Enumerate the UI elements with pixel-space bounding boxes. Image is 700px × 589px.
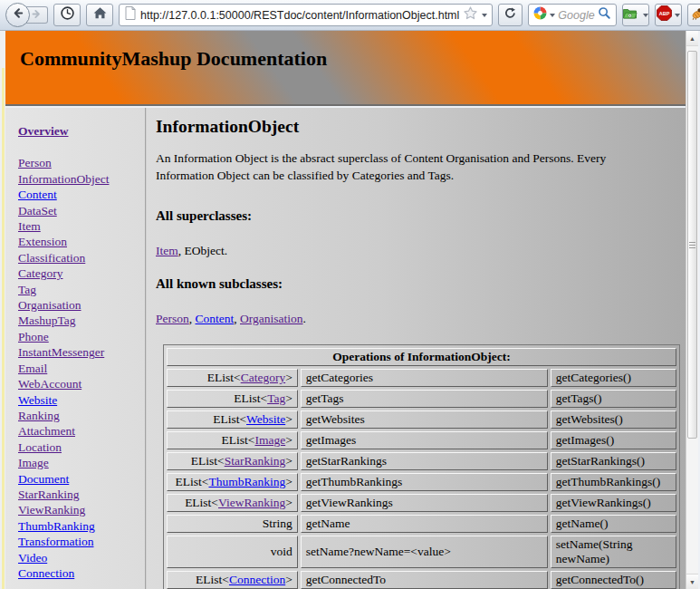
sidebar-item[interactable]: Video xyxy=(18,550,139,565)
operation-name-cell: getConnectedTo xyxy=(301,571,548,589)
table-row: EList<Connection> getConnectedTo getConn… xyxy=(167,571,676,589)
class-ref: Item, xyxy=(156,244,185,257)
url-text[interactable]: http://127.0.0.1:50000/RESTdoc/content/I… xyxy=(140,9,459,22)
sidebar-item[interactable]: Phone xyxy=(18,329,139,344)
sidebar-item[interactable]: Content xyxy=(18,187,139,202)
page-edge-strip xyxy=(2,68,5,589)
magnifier-icon[interactable] xyxy=(598,6,611,24)
adblock-button[interactable]: ABP xyxy=(655,4,682,26)
type-link[interactable]: Tag xyxy=(267,391,285,405)
search-input[interactable]: Google xyxy=(558,9,594,22)
class-link[interactable]: Item xyxy=(156,244,178,257)
sidebar-item[interactable]: Organisation xyxy=(18,297,139,313)
operation-name-cell: getName xyxy=(301,515,548,533)
scrollbar-thumb[interactable] xyxy=(687,51,697,439)
operation-call-cell: getThumbRankings() xyxy=(551,473,676,491)
search-bar[interactable]: Google xyxy=(528,4,616,26)
type-link[interactable]: Image xyxy=(254,433,285,447)
page-content: Overview Person InformationObject Conten… xyxy=(5,108,686,589)
operation-name-cell: setName?newName=<value> xyxy=(301,536,548,568)
scroll-down-button[interactable]: ▼ xyxy=(686,574,698,589)
sidebar-item[interactable]: Email xyxy=(18,361,139,376)
sidebar-item[interactable]: Location xyxy=(18,439,139,455)
type-link[interactable]: Connection xyxy=(229,573,285,586)
type-text: EList< xyxy=(234,391,267,405)
table-row: EList<ThumbRanking> getThumbRankings get… xyxy=(167,473,676,491)
screenshot-addon-button[interactable] xyxy=(622,4,649,26)
sidebar-item[interactable]: Classification xyxy=(18,250,139,266)
operation-type-cell: EList<ThumbRanking> xyxy=(167,473,298,491)
operation-name-cell: getStarRankings xyxy=(301,452,548,470)
class-ref: Organisation. xyxy=(240,312,306,325)
operation-call-cell: getImages() xyxy=(551,431,676,449)
operation-name-cell: getViewRankings xyxy=(301,494,548,512)
sidebar-item[interactable]: DataSet xyxy=(18,203,139,218)
screenshot-addon-dropdown-icon[interactable] xyxy=(643,14,648,17)
sidebar-item[interactable]: ViewRanking xyxy=(18,502,139,517)
adblock-dropdown-icon[interactable] xyxy=(675,14,680,17)
sidebar-item[interactable]: Extension xyxy=(18,234,139,249)
operation-type-cell: EList<Tag> xyxy=(167,390,298,408)
type-link[interactable]: Website xyxy=(246,412,285,426)
back-button[interactable] xyxy=(5,3,30,27)
sidebar-item[interactable]: MashupTag xyxy=(18,313,139,328)
history-button[interactable] xyxy=(53,4,81,26)
sidebar-item[interactable]: Person xyxy=(18,155,139,170)
class-link[interactable]: Content xyxy=(196,312,235,325)
firebug-icon xyxy=(689,6,700,24)
class-link[interactable]: Organisation xyxy=(240,312,303,325)
table-row: void setName?newName=<value> setName(Str… xyxy=(167,536,676,568)
operation-call-cell: setName(String newName) xyxy=(551,536,676,568)
sidebar-item[interactable]: Category xyxy=(18,266,139,281)
sidebar-item[interactable]: WebAccount xyxy=(18,376,139,391)
class-link[interactable]: EObject xyxy=(185,244,225,257)
class-link[interactable]: Person xyxy=(156,312,189,325)
type-link[interactable]: Category xyxy=(241,371,286,384)
type-link[interactable]: ViewRanking xyxy=(218,496,285,509)
google-logo-icon[interactable] xyxy=(533,6,547,24)
sidebar-item[interactable]: InstantMessenger xyxy=(18,344,139,360)
table-row: EList<Image> getImages getImages() xyxy=(167,431,676,449)
sidebar-item[interactable]: StarRanking xyxy=(18,487,139,502)
vertical-scrollbar[interactable]: ▲ ▼ xyxy=(686,31,698,589)
sidebar-item[interactable]: Transformation xyxy=(18,534,139,549)
table-row: EList<StarRanking> getStarRankings getSt… xyxy=(167,452,676,470)
type-link[interactable]: StarRanking xyxy=(225,454,286,468)
sidebar-item-overview[interactable]: Overview xyxy=(18,123,68,139)
search-engine-dropdown-icon[interactable] xyxy=(550,14,555,17)
bookmark-dropdown-icon[interactable] xyxy=(482,14,487,17)
operation-call-cell: getCategories() xyxy=(551,369,676,387)
reload-button[interactable] xyxy=(498,4,523,26)
sidebar-item[interactable]: InformationObject xyxy=(18,171,139,187)
class-ref: Content, xyxy=(196,312,241,325)
url-bar[interactable]: http://127.0.0.1:50000/RESTdoc/content/I… xyxy=(119,4,493,26)
operation-call-cell: getTags() xyxy=(551,390,676,408)
sidebar-item[interactable]: Item xyxy=(18,218,139,234)
firebug-button[interactable] xyxy=(687,4,700,26)
class-ref: EObject. xyxy=(185,244,228,257)
operation-call-cell: getViewRankings() xyxy=(551,494,676,512)
class-ref: Person, xyxy=(156,312,196,325)
sidebar-item[interactable]: Image xyxy=(18,455,139,470)
svg-text:ABP: ABP xyxy=(658,11,669,16)
sidebar-item[interactable]: ThumbRanking xyxy=(18,518,139,534)
operation-type-cell: EList<Category> xyxy=(167,369,298,387)
bookmark-star-icon[interactable] xyxy=(463,5,478,24)
main-article: InformationObject An Information Object … xyxy=(147,108,686,589)
sidebar-item[interactable]: Document xyxy=(18,471,139,487)
green-folder-camera-icon xyxy=(622,6,638,24)
operation-call-cell: getName() xyxy=(551,515,676,533)
type-text: EList< xyxy=(185,496,218,509)
type-text: > xyxy=(285,412,292,426)
type-link[interactable]: ThumbRanking xyxy=(208,475,285,488)
home-button[interactable] xyxy=(86,4,113,26)
page-icon xyxy=(124,5,137,24)
scroll-up-button[interactable]: ▲ xyxy=(686,31,698,46)
sidebar-item[interactable]: Connection xyxy=(18,565,139,581)
sidebar-item[interactable]: Ranking xyxy=(18,408,139,423)
sidebar-item[interactable]: Website xyxy=(18,392,139,408)
sidebar-item[interactable]: Tag xyxy=(18,282,139,297)
sidebar-item[interactable]: Attachment xyxy=(18,423,139,439)
operation-name-cell: getCategories xyxy=(301,369,548,387)
type-text: EList< xyxy=(191,454,225,468)
